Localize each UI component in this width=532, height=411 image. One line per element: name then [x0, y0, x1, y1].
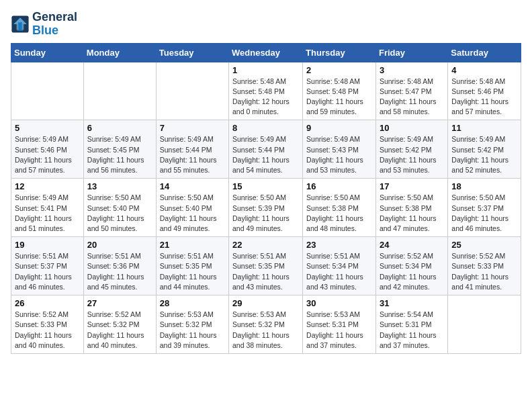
day-number: 19 — [15, 240, 80, 250]
calendar-cell: 10Sunrise: 5:49 AM Sunset: 5:42 PM Dayli… — [375, 120, 447, 179]
day-info: Sunrise: 5:49 AM Sunset: 5:44 PM Dayligh… — [232, 134, 299, 175]
header-monday: Monday — [83, 43, 156, 62]
calendar-cell: 2Sunrise: 5:48 AM Sunset: 5:48 PM Daylig… — [303, 62, 376, 120]
calendar-cell: 11Sunrise: 5:49 AM Sunset: 5:42 PM Dayli… — [448, 120, 521, 179]
calendar-cell: 25Sunrise: 5:52 AM Sunset: 5:33 PM Dayli… — [448, 237, 521, 295]
day-info: Sunrise: 5:52 AM Sunset: 5:32 PM Dayligh… — [87, 310, 152, 351]
day-number: 17 — [380, 181, 444, 191]
day-number: 8 — [232, 123, 299, 133]
day-number: 31 — [380, 298, 444, 308]
calendar-cell: 23Sunrise: 5:51 AM Sunset: 5:34 PM Dayli… — [303, 237, 376, 295]
calendar-cell — [156, 62, 228, 120]
day-number: 1 — [232, 65, 299, 75]
calendar-cell: 19Sunrise: 5:51 AM Sunset: 5:37 PM Dayli… — [11, 237, 84, 295]
calendar-cell: 20Sunrise: 5:51 AM Sunset: 5:36 PM Dayli… — [83, 237, 156, 295]
day-info: Sunrise: 5:49 AM Sunset: 5:42 PM Dayligh… — [380, 134, 444, 175]
day-info: Sunrise: 5:51 AM Sunset: 5:36 PM Dayligh… — [87, 251, 152, 292]
calendar-cell: 9Sunrise: 5:49 AM Sunset: 5:43 PM Daylig… — [303, 120, 376, 179]
calendar-cell: 29Sunrise: 5:53 AM Sunset: 5:32 PM Dayli… — [229, 295, 303, 354]
calendar-cell: 1Sunrise: 5:48 AM Sunset: 5:48 PM Daylig… — [229, 62, 303, 120]
day-number: 15 — [232, 181, 299, 191]
calendar-cell: 24Sunrise: 5:52 AM Sunset: 5:34 PM Dayli… — [375, 237, 447, 295]
calendar-week-row: 26Sunrise: 5:52 AM Sunset: 5:33 PM Dayli… — [11, 295, 521, 354]
day-number: 28 — [160, 298, 225, 308]
calendar-cell: 4Sunrise: 5:48 AM Sunset: 5:46 PM Daylig… — [448, 62, 521, 120]
calendar-cell — [448, 295, 521, 354]
calendar-cell: 8Sunrise: 5:49 AM Sunset: 5:44 PM Daylig… — [229, 120, 303, 179]
day-number: 20 — [87, 240, 152, 250]
day-number: 7 — [160, 123, 225, 133]
day-number: 5 — [15, 123, 80, 133]
day-number: 11 — [451, 123, 517, 133]
day-number: 4 — [451, 65, 517, 75]
day-number: 16 — [306, 181, 372, 191]
day-info: Sunrise: 5:52 AM Sunset: 5:33 PM Dayligh… — [15, 310, 80, 351]
day-info: Sunrise: 5:48 AM Sunset: 5:47 PM Dayligh… — [380, 77, 444, 118]
day-info: Sunrise: 5:48 AM Sunset: 5:46 PM Dayligh… — [451, 77, 517, 118]
day-info: Sunrise: 5:49 AM Sunset: 5:43 PM Dayligh… — [306, 134, 372, 175]
calendar-cell — [83, 62, 156, 120]
day-info: Sunrise: 5:50 AM Sunset: 5:40 PM Dayligh… — [160, 193, 225, 234]
calendar-week-row: 1Sunrise: 5:48 AM Sunset: 5:48 PM Daylig… — [11, 62, 521, 120]
logo-icon — [11, 15, 30, 34]
calendar-cell: 16Sunrise: 5:50 AM Sunset: 5:38 PM Dayli… — [303, 179, 376, 237]
calendar-cell: 26Sunrise: 5:52 AM Sunset: 5:33 PM Dayli… — [11, 295, 84, 354]
day-info: Sunrise: 5:49 AM Sunset: 5:46 PM Dayligh… — [15, 134, 80, 175]
day-info: Sunrise: 5:53 AM Sunset: 5:31 PM Dayligh… — [306, 310, 372, 351]
day-info: Sunrise: 5:49 AM Sunset: 5:42 PM Dayligh… — [451, 134, 517, 175]
calendar-week-row: 12Sunrise: 5:49 AM Sunset: 5:41 PM Dayli… — [11, 179, 521, 237]
day-number: 3 — [380, 65, 444, 75]
day-number: 25 — [451, 240, 517, 250]
day-info: Sunrise: 5:51 AM Sunset: 5:37 PM Dayligh… — [15, 251, 80, 292]
calendar-cell: 12Sunrise: 5:49 AM Sunset: 5:41 PM Dayli… — [11, 179, 84, 237]
calendar-cell: 6Sunrise: 5:49 AM Sunset: 5:45 PM Daylig… — [83, 120, 156, 179]
calendar-cell: 18Sunrise: 5:50 AM Sunset: 5:37 PM Dayli… — [448, 179, 521, 237]
calendar-week-row: 5Sunrise: 5:49 AM Sunset: 5:46 PM Daylig… — [11, 120, 521, 179]
day-info: Sunrise: 5:50 AM Sunset: 5:38 PM Dayligh… — [380, 193, 444, 234]
day-info: Sunrise: 5:50 AM Sunset: 5:38 PM Dayligh… — [306, 193, 372, 234]
header-tuesday: Tuesday — [156, 43, 228, 62]
day-number: 30 — [306, 298, 372, 308]
day-info: Sunrise: 5:52 AM Sunset: 5:33 PM Dayligh… — [451, 251, 517, 292]
day-info: Sunrise: 5:53 AM Sunset: 5:32 PM Dayligh… — [160, 310, 225, 351]
logo: General Blue — [11, 11, 77, 38]
day-info: Sunrise: 5:49 AM Sunset: 5:44 PM Dayligh… — [160, 134, 225, 175]
day-info: Sunrise: 5:52 AM Sunset: 5:34 PM Dayligh… — [380, 251, 444, 292]
calendar-week-row: 19Sunrise: 5:51 AM Sunset: 5:37 PM Dayli… — [11, 237, 521, 295]
calendar-cell: 13Sunrise: 5:50 AM Sunset: 5:40 PM Dayli… — [83, 179, 156, 237]
day-info: Sunrise: 5:51 AM Sunset: 5:35 PM Dayligh… — [160, 251, 225, 292]
day-number: 26 — [15, 298, 80, 308]
day-number: 14 — [160, 181, 225, 191]
calendar-cell: 7Sunrise: 5:49 AM Sunset: 5:44 PM Daylig… — [156, 120, 228, 179]
day-number: 6 — [87, 123, 152, 133]
day-number: 18 — [451, 181, 517, 191]
day-number: 13 — [87, 181, 152, 191]
calendar-cell: 15Sunrise: 5:50 AM Sunset: 5:39 PM Dayli… — [229, 179, 303, 237]
header-sunday: Sunday — [11, 43, 84, 62]
calendar-cell: 5Sunrise: 5:49 AM Sunset: 5:46 PM Daylig… — [11, 120, 84, 179]
day-number: 23 — [306, 240, 372, 250]
day-info: Sunrise: 5:50 AM Sunset: 5:37 PM Dayligh… — [451, 193, 517, 234]
day-info: Sunrise: 5:50 AM Sunset: 5:40 PM Dayligh… — [87, 193, 152, 234]
day-info: Sunrise: 5:48 AM Sunset: 5:48 PM Dayligh… — [232, 77, 299, 118]
calendar-cell: 17Sunrise: 5:50 AM Sunset: 5:38 PM Dayli… — [375, 179, 447, 237]
header: General Blue — [11, 11, 521, 38]
day-number: 29 — [232, 298, 299, 308]
calendar-cell: 14Sunrise: 5:50 AM Sunset: 5:40 PM Dayli… — [156, 179, 228, 237]
calendar-cell: 28Sunrise: 5:53 AM Sunset: 5:32 PM Dayli… — [156, 295, 228, 354]
day-info: Sunrise: 5:50 AM Sunset: 5:39 PM Dayligh… — [232, 193, 299, 234]
day-info: Sunrise: 5:49 AM Sunset: 5:41 PM Dayligh… — [15, 193, 80, 234]
day-number: 27 — [87, 298, 152, 308]
day-number: 10 — [380, 123, 444, 133]
day-info: Sunrise: 5:51 AM Sunset: 5:34 PM Dayligh… — [306, 251, 372, 292]
calendar-cell: 30Sunrise: 5:53 AM Sunset: 5:31 PM Dayli… — [303, 295, 376, 354]
header-wednesday: Wednesday — [229, 43, 303, 62]
calendar-cell: 21Sunrise: 5:51 AM Sunset: 5:35 PM Dayli… — [156, 237, 228, 295]
header-thursday: Thursday — [303, 43, 376, 62]
page-container: General Blue Sunday Monday Tuesday Wedne… — [11, 11, 521, 354]
day-number: 2 — [306, 65, 372, 75]
day-info: Sunrise: 5:51 AM Sunset: 5:35 PM Dayligh… — [232, 251, 299, 292]
day-info: Sunrise: 5:48 AM Sunset: 5:48 PM Dayligh… — [306, 77, 372, 118]
day-info: Sunrise: 5:49 AM Sunset: 5:45 PM Dayligh… — [87, 134, 152, 175]
calendar-cell: 22Sunrise: 5:51 AM Sunset: 5:35 PM Dayli… — [229, 237, 303, 295]
